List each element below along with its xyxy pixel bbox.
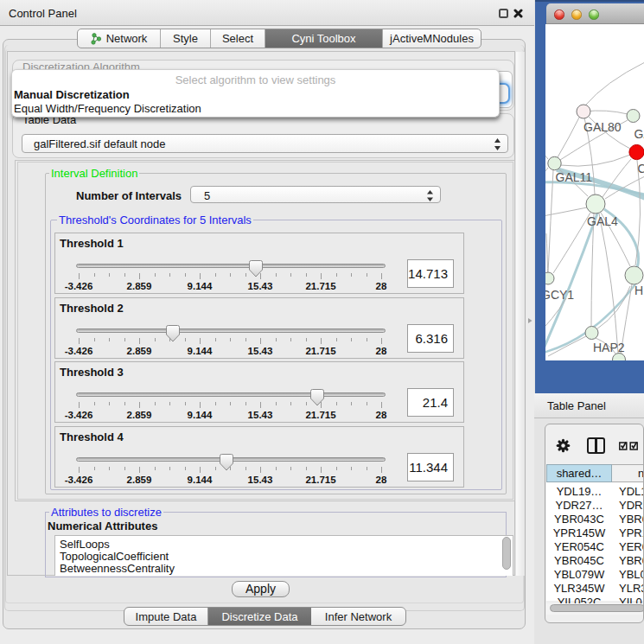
svg-text:GAL4: GAL4 — [587, 214, 618, 228]
svg-text:C: C — [638, 162, 644, 175]
svg-text:GAL11: GAL11 — [556, 170, 593, 184]
svg-text:H: H — [634, 284, 643, 297]
svg-text:GCY1: GCY1 — [545, 288, 574, 302]
svg-text:HAP2: HAP2 — [593, 341, 625, 354]
svg-text:GAL: GAL — [634, 127, 644, 141]
svg-text:GAL80: GAL80 — [583, 120, 622, 134]
